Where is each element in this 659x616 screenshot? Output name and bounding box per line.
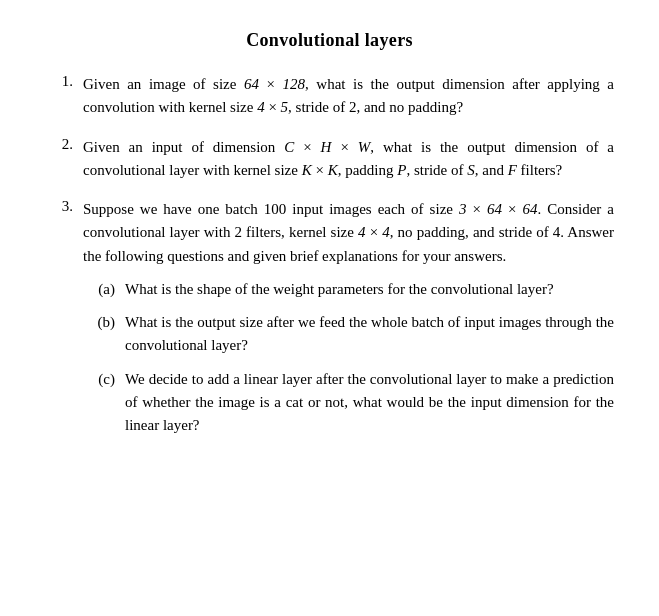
problem-text-2: Given an input of dimension C × H × W, w… [83, 136, 614, 183]
subproblem-item-3b: (b) What is the output size after we fee… [83, 311, 614, 358]
problem-item-2: 2. Given an input of dimension C × H × W… [45, 136, 614, 183]
problem-list: 1. Given an image of size 64 × 128, what… [45, 73, 614, 447]
problem-text-1: Given an image of size 64 × 128, what is… [83, 73, 614, 120]
subproblem-item-3c: (c) We decide to add a linear layer afte… [83, 368, 614, 438]
subproblem-text-3a: What is the shape of the weight paramete… [125, 278, 614, 301]
subproblem-item-3a: (a) What is the shape of the weight para… [83, 278, 614, 301]
subproblem-text-3c: We decide to add a linear layer after th… [125, 368, 614, 438]
subproblem-list-3: (a) What is the shape of the weight para… [83, 278, 614, 438]
subproblem-label-3b: (b) [83, 311, 125, 334]
page-title: Convolutional layers [45, 30, 614, 51]
problem-number-3: 3. [45, 198, 83, 215]
subproblem-label-3a: (a) [83, 278, 125, 301]
subproblem-label-3c: (c) [83, 368, 125, 391]
problem-number-1: 1. [45, 73, 83, 90]
problem-number-2: 2. [45, 136, 83, 153]
problem-item-1: 1. Given an image of size 64 × 128, what… [45, 73, 614, 120]
problem-text-3: Suppose we have one batch 100 input imag… [83, 198, 614, 447]
subproblem-text-3b: What is the output size after we feed th… [125, 311, 614, 358]
problem-item-3: 3. Suppose we have one batch 100 input i… [45, 198, 614, 447]
